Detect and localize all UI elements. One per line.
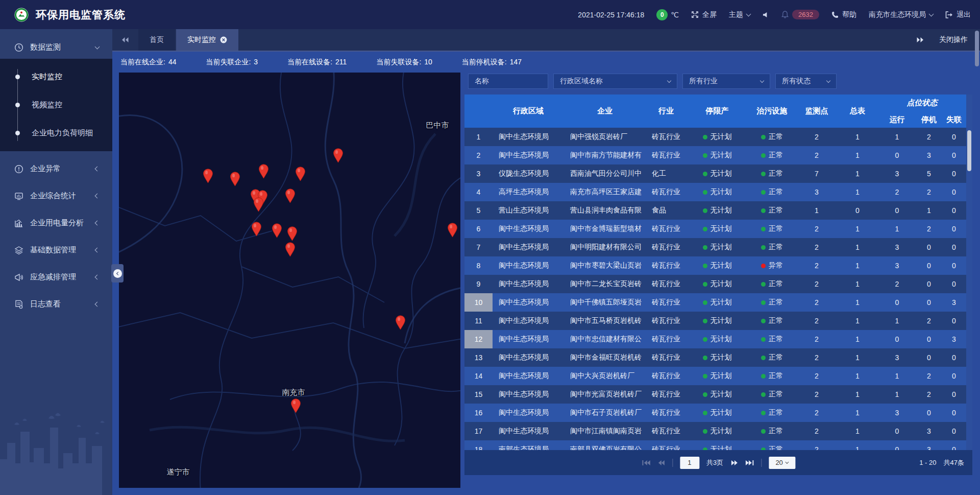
filter-bar: 名称 行政区域名称 所有行业 所有状态 xyxy=(468,74,837,89)
cell-halt-status: 无计划 xyxy=(687,330,748,348)
sidebar-collapse-handle[interactable] xyxy=(111,264,124,282)
cell-stop-count: 0 xyxy=(916,348,942,367)
map-pin[interactable] xyxy=(287,226,298,241)
cell-halt-status: 无计划 xyxy=(687,128,748,146)
cell-region: 阆中生态环境局 xyxy=(493,312,564,330)
map-pin[interactable] xyxy=(253,197,264,212)
logout-icon xyxy=(945,11,953,18)
table-row[interactable]: 7阆中生态环境局阆中明阳建材有限公司砖瓦行业无计划正常21300 xyxy=(464,238,966,256)
sidebar-item-power-load-detail[interactable]: 企业电力负荷明细 xyxy=(0,119,112,147)
cell-company: 营山县润丰肉食品有限 xyxy=(564,201,646,220)
cell-lost-count: 0 xyxy=(942,164,966,183)
table-row[interactable]: 13阆中生态环境局阆中市金福旺页岩机砖砖瓦行业无计划正常21300 xyxy=(464,348,966,367)
chevron-left-icon xyxy=(95,194,100,199)
industry-filter-select[interactable]: 所有行业 xyxy=(682,74,770,89)
table-row[interactable]: 5营山生态环境局营山县润丰肉食品有限食品无计划正常10010 xyxy=(464,201,966,220)
help-button[interactable]: 帮助 xyxy=(831,10,856,19)
map-pin[interactable] xyxy=(258,164,269,179)
notifications-button[interactable]: 2632 xyxy=(781,10,819,19)
table-row[interactable]: 3仪陇生态环境局西南油气田分公司川中化工无计划正常71350 xyxy=(464,164,966,183)
sidebar-item-power-analysis[interactable]: 企业用电量分析 xyxy=(0,209,112,237)
theme-selector[interactable]: 主题 xyxy=(729,10,750,19)
green-dot-icon xyxy=(761,282,766,287)
tab-realtime-monitor[interactable]: 实时监控 xyxy=(176,29,238,51)
cell-industry: 砖瓦行业 xyxy=(646,367,687,385)
tabs-scroll-right-button[interactable] xyxy=(916,37,924,43)
cell-meters: 1 xyxy=(837,385,878,404)
map-pin[interactable] xyxy=(272,223,282,238)
user-name: 南充市生态环境局 xyxy=(869,10,926,19)
map-pin[interactable] xyxy=(447,223,458,238)
map-pin[interactable] xyxy=(203,169,213,183)
table-row[interactable]: 14阆中生态环境局阆中大兴页岩机砖厂砖瓦行业无计划正常21120 xyxy=(464,367,966,385)
pagination-prev-button[interactable] xyxy=(657,460,665,466)
map-pin[interactable] xyxy=(251,222,262,237)
table-row[interactable]: 1阆中生态环境局阆中强锐页岩砖厂砖瓦行业无计划正常21120 xyxy=(464,128,966,146)
pagination-first-button[interactable] xyxy=(642,460,650,466)
sidebar-item-enterprise-abnormal[interactable]: 企业异常 xyxy=(0,155,112,182)
map-pin[interactable] xyxy=(295,167,306,181)
table-row[interactable]: 2阆中生态环境局阆中市南方节能建材有砖瓦行业无计划正常21030 xyxy=(464,146,966,164)
tabs-scroll-left-button[interactable] xyxy=(112,29,138,51)
close-operations-button[interactable]: 关闭操作 xyxy=(939,35,968,44)
pagination-next-button[interactable] xyxy=(730,460,738,466)
cell-lost-count: 0 xyxy=(942,312,966,330)
region-filter-select[interactable]: 行政区域名称 xyxy=(553,74,677,89)
sidebar-item-enterprise-statistics[interactable]: 企业综合统计 xyxy=(0,182,112,209)
table-row[interactable]: 12阆中生态环境局阆中市忠信建材有限公砖瓦行业无计划正常21003 xyxy=(464,330,966,348)
row-number: 18 xyxy=(464,440,493,450)
pagination-last-button[interactable] xyxy=(745,460,754,466)
map-pin[interactable] xyxy=(290,398,301,413)
row-number: 17 xyxy=(464,422,493,440)
cell-stop-count: 2 xyxy=(916,367,942,385)
table-row[interactable]: 10阆中生态环境局阆中千佛镇五郎垭页岩砖瓦行业无计划正常21003 xyxy=(464,293,966,312)
table-row[interactable]: 16阆中生态环境局阆中市石子页岩机砖厂砖瓦行业无计划正常21300 xyxy=(464,404,966,422)
tab-home[interactable]: 首页 xyxy=(138,29,175,51)
table-scrollbar[interactable] xyxy=(966,95,972,450)
map-pin[interactable] xyxy=(395,315,406,330)
user-menu[interactable]: 南充市生态环境局 xyxy=(869,10,933,19)
table-row[interactable]: 15阆中生态环境局阆中市光富页岩机砖厂砖瓦行业无计划正常21120 xyxy=(464,385,966,404)
table-row[interactable]: 11阆中生态环境局阆中市五马桥页岩机砖砖瓦行业无计划正常21120 xyxy=(464,312,966,330)
sidebar-item-data-monitoring[interactable]: 数据监测 xyxy=(0,36,112,59)
green-dot-icon xyxy=(703,392,707,397)
pagination-page-input[interactable] xyxy=(680,457,699,469)
cell-region: 南部生态环境局 xyxy=(493,440,564,450)
map-pin[interactable] xyxy=(285,188,296,203)
green-dot-icon xyxy=(703,208,707,213)
table-scrollbar-thumb[interactable] xyxy=(967,130,971,171)
sidebar-item-video-monitor[interactable]: 视频监控 xyxy=(0,91,112,119)
page-size-select[interactable]: 20 xyxy=(769,457,795,469)
fullscreen-button[interactable]: 全屏 xyxy=(691,10,717,19)
map-pin[interactable] xyxy=(285,242,296,257)
cell-halt-status: 无计划 xyxy=(687,183,748,201)
cell-halt-status: 无计划 xyxy=(687,164,748,183)
sidebar-item-base-data[interactable]: 基础数据管理 xyxy=(0,237,112,264)
sidebar-item-log-view[interactable]: 日志查看 xyxy=(0,291,112,318)
table-row[interactable]: 6阆中生态环境局阆中市金博瑞新型墙材砖瓦行业无计划正常21120 xyxy=(464,220,966,238)
table-row[interactable]: 18南部生态环境局南部县双佛页岩有限公砖瓦行业无计划正常21030 xyxy=(464,440,966,450)
table-row[interactable]: 8阆中生态环境局阆中市枣碧大梁山页岩砖瓦行业无计划异常21300 xyxy=(464,256,966,275)
monitor-stats-icon xyxy=(14,192,23,201)
green-dot-icon xyxy=(761,190,766,195)
table-row[interactable]: 9阆中生态环境局阆中市二龙长宝页岩砖砖瓦行业无计划正常21200 xyxy=(464,275,966,293)
cell-run-count: 2 xyxy=(878,183,916,201)
sidebar-item-emergency-reduction[interactable]: 应急减排管理 xyxy=(0,264,112,291)
sidebar-item-realtime-monitor[interactable]: 实时监控 xyxy=(0,63,112,91)
logout-button[interactable]: 退出 xyxy=(945,10,971,19)
map-pin[interactable] xyxy=(230,172,240,186)
table-row[interactable]: 4高坪生态环境局南充市高坪区王家店建砖瓦行业无计划正常31220 xyxy=(464,183,966,201)
map-pin[interactable] xyxy=(333,148,344,163)
chevron-left-icon xyxy=(116,271,120,275)
green-dot-icon xyxy=(761,172,766,176)
table-row[interactable]: 17阆中生态环境局阆中市江南镇阆南页岩砖瓦行业无计划正常21030 xyxy=(464,422,966,440)
cell-industry: 砖瓦行业 xyxy=(646,128,687,146)
tab-close-icon[interactable] xyxy=(220,36,227,43)
column-header-company: 企业 xyxy=(564,95,646,128)
status-filter-select[interactable]: 所有状态 xyxy=(775,74,837,89)
pagination-range: 1 - 20 xyxy=(919,459,936,466)
name-filter-input[interactable]: 名称 xyxy=(468,74,548,89)
page-scrollbar-thumb[interactable] xyxy=(975,31,979,66)
map-panel[interactable]: 巴中市南充市遂宁市 xyxy=(119,73,460,488)
speaker-mute-icon[interactable] xyxy=(763,11,769,18)
